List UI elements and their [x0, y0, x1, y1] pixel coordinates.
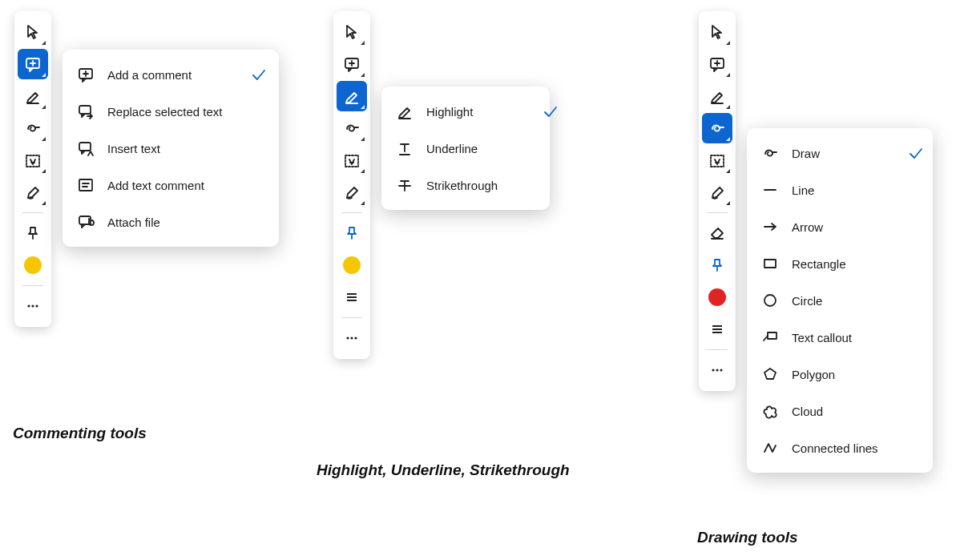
menu-item-label: Add a comment [107, 68, 237, 82]
separator [22, 285, 43, 286]
menu-item-label: Line [792, 183, 894, 197]
draw-cloud-icon [761, 402, 779, 420]
menu-item-label: Arrow [792, 220, 894, 234]
pin-tool[interactable] [337, 218, 367, 248]
comment-tool[interactable] [337, 49, 367, 79]
select-tool[interactable] [702, 17, 732, 47]
highlight-flyout: HighlightUnderlineStrikethrough [381, 87, 550, 210]
yellow-dot-icon [343, 256, 361, 274]
highlight-tool[interactable] [337, 81, 367, 111]
comment-tool[interactable] [702, 49, 732, 79]
menu-item-label: Draw [792, 147, 894, 160]
pin-tool[interactable] [18, 218, 48, 248]
menu-item-label: Replace selected text [107, 105, 237, 119]
yellow-dot-icon [24, 256, 42, 274]
highlight-tool[interactable] [18, 81, 48, 111]
dropdown-indicator-icon [726, 137, 730, 141]
menu-item-comment-plus[interactable]: Add a comment [63, 56, 279, 93]
menu-item-label: Attach file [107, 216, 237, 229]
underline-icon [396, 139, 413, 157]
commenting-caption: Commenting tools [13, 425, 147, 442]
menu-item-draw-polygon[interactable]: Polygon [747, 356, 936, 393]
dropdown-indicator-icon [361, 73, 365, 77]
menu-item-label: Connected lines [792, 441, 894, 455]
menu-item-draw-callout[interactable]: Text callout [747, 319, 936, 356]
menu-item-draw-cloud[interactable]: Cloud [747, 393, 936, 429]
menu-item-label: Add text comment [107, 179, 237, 192]
drawing-toolbar [699, 11, 736, 391]
draw-callout-icon [761, 328, 779, 346]
draw-tool[interactable] [18, 113, 48, 143]
pen-tool[interactable] [18, 177, 48, 207]
menu-item-draw-connected[interactable]: Connected lines [747, 429, 936, 466]
dropdown-indicator-icon [42, 105, 46, 109]
comment-replace-icon [77, 103, 95, 120]
menu-item-strike[interactable]: Strikethrough [381, 167, 571, 203]
dropdown-indicator-icon [42, 73, 46, 77]
text-box-tool[interactable] [18, 145, 48, 175]
menu-item-draw-circle[interactable]: Circle [747, 282, 936, 319]
line-weight-tool[interactable] [337, 282, 367, 312]
menu-item-label: Polygon [792, 368, 894, 381]
menu-item-draw-rect[interactable]: Rectangle [747, 245, 936, 282]
color-swatch[interactable] [702, 282, 732, 312]
menu-item-label: Cloud [792, 405, 894, 418]
highlight-caption: Highlight, Underline, Strikethrough [317, 461, 570, 479]
highlight-tool[interactable] [702, 81, 732, 111]
text-box-tool[interactable] [702, 145, 732, 175]
select-tool[interactable] [337, 17, 367, 47]
red-dot-icon [708, 288, 726, 306]
color-swatch[interactable] [18, 250, 48, 280]
menu-item-label: Highlight [426, 105, 529, 119]
draw-arrow-icon [761, 218, 779, 236]
menu-item-label: Insert text [107, 142, 237, 155]
menu-item-highlighter[interactable]: Highlight [381, 93, 571, 130]
pen-tool[interactable] [702, 177, 732, 207]
comment-insert-icon [77, 139, 95, 157]
separator [707, 349, 728, 350]
draw-tool[interactable] [702, 113, 732, 143]
menu-item-comment-insert[interactable]: Insert text [63, 130, 279, 167]
pin-tool[interactable] [702, 250, 732, 280]
comment-plus-icon [77, 66, 95, 83]
text-box-tool[interactable] [337, 145, 367, 175]
check-icon [250, 66, 264, 83]
pen-tool[interactable] [337, 177, 367, 207]
check-icon [542, 103, 556, 119]
menu-item-comment-replace[interactable]: Replace selected text [63, 93, 279, 130]
separator [341, 212, 362, 213]
dropdown-indicator-icon [726, 105, 730, 109]
dropdown-indicator-icon [42, 137, 46, 141]
separator [341, 317, 362, 318]
more-tools[interactable] [337, 323, 367, 353]
menu-item-label: Strikethrough [426, 179, 529, 192]
dropdown-indicator-icon [726, 73, 730, 77]
check-icon [907, 145, 922, 161]
comment-tool[interactable] [18, 49, 48, 79]
menu-item-draw-arrow[interactable]: Arrow [747, 208, 936, 245]
menu-item-draw-line[interactable]: Line [747, 171, 936, 208]
menu-item-comment-text-box[interactable]: Add text comment [63, 167, 279, 203]
more-tools[interactable] [702, 355, 732, 385]
draw-tool[interactable] [337, 113, 367, 143]
draw-connected-icon [761, 439, 779, 457]
highlight-toolbar [333, 11, 370, 359]
menu-item-label: Underline [426, 142, 529, 155]
commenting-toolbar [14, 11, 51, 327]
select-tool[interactable] [18, 17, 48, 47]
draw-free-icon [761, 144, 779, 162]
menu-item-comment-attach[interactable]: Attach file [63, 203, 279, 240]
dropdown-indicator-icon [42, 201, 46, 205]
more-tools[interactable] [18, 291, 48, 321]
color-swatch[interactable] [337, 250, 367, 280]
dropdown-indicator-icon [42, 41, 46, 45]
line-weight-tool[interactable] [702, 314, 732, 344]
draw-circle-icon [761, 292, 779, 309]
separator [22, 212, 43, 213]
menu-item-draw-free[interactable]: Draw [747, 135, 936, 171]
menu-item-label: Rectangle [792, 257, 894, 271]
draw-line-icon [761, 181, 779, 199]
eraser-tool[interactable] [702, 218, 732, 248]
menu-item-underline[interactable]: Underline [381, 130, 571, 167]
dropdown-indicator-icon [361, 137, 365, 141]
